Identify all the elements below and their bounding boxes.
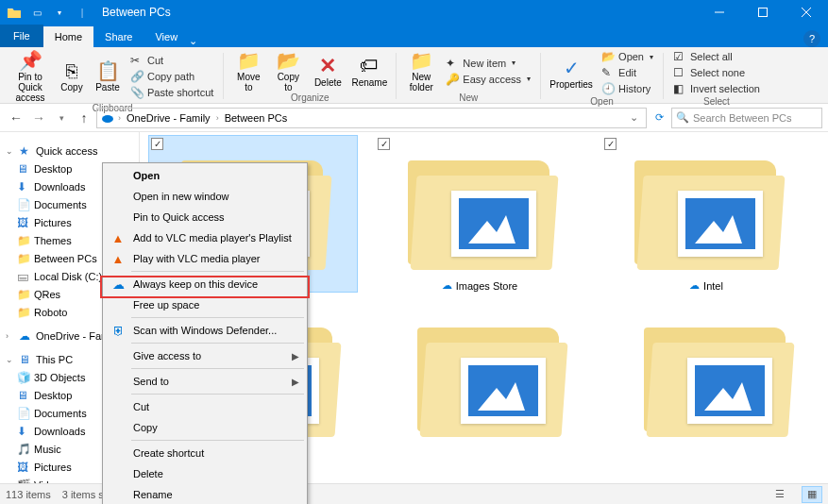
qat-dropdown-icon[interactable]: ▾ — [49, 2, 70, 23]
submenu-arrow-icon: ▶ — [292, 351, 299, 361]
ctx-rename[interactable]: Rename — [105, 484, 305, 504]
properties-button[interactable]: ✓Properties — [547, 57, 596, 90]
group-label-new: New — [459, 92, 478, 104]
ctx-scan-defender[interactable]: ⛨Scan with Windows Defender... — [105, 320, 305, 341]
folder-checkbox[interactable] — [378, 138, 390, 150]
help-button[interactable]: ? — [803, 30, 820, 47]
address-bar: ← → ▾ ↑ › OneDrive - Family › Between PC… — [0, 104, 828, 132]
refresh-button[interactable]: ⟳ — [649, 108, 669, 128]
folder-item[interactable] — [602, 311, 810, 433]
history-button[interactable]: 🕘History — [598, 81, 657, 96]
submenu-arrow-icon: ▶ — [292, 377, 299, 387]
title-separator: | — [72, 2, 93, 23]
ctx-vlc-play[interactable]: ▲Play with VLC media player — [105, 248, 305, 269]
cut-button[interactable]: ✂Cut — [127, 53, 217, 68]
group-label-organize: Organize — [291, 92, 330, 104]
easy-access-button[interactable]: 🔑Easy access▾ — [442, 72, 534, 87]
ctx-delete[interactable]: Delete — [105, 463, 305, 484]
ribbon: 📌Pin to Quick access ⎘Copy 📋Paste ✂Cut 🔗… — [0, 47, 828, 104]
paste-button[interactable]: 📋Paste — [91, 59, 125, 92]
ctx-copy[interactable]: Copy — [105, 417, 305, 438]
search-input[interactable]: 🔍 Search Between PCs — [671, 108, 822, 128]
group-label-open: Open — [590, 96, 613, 108]
folder-icon — [414, 320, 546, 424]
select-all-button[interactable]: ☑Select all — [669, 49, 764, 64]
invert-selection-button[interactable]: ◧Invert selection — [669, 81, 764, 96]
ctx-free-up-space[interactable]: Free up space — [105, 294, 305, 315]
folder-item-images-store[interactable]: ☁Images Store — [376, 136, 583, 292]
cloud-status-icon: ☁ — [689, 279, 700, 292]
ctx-create-shortcut[interactable]: Create shortcut — [105, 443, 305, 463]
select-none-button[interactable]: ☐Select none — [669, 65, 764, 80]
svg-rect-0 — [759, 8, 768, 17]
tab-share[interactable]: Share — [93, 26, 144, 47]
vlc-icon: ▲ — [110, 231, 126, 245]
ctx-open[interactable]: Open — [105, 165, 305, 186]
copy-to-button[interactable]: 📂Copy to — [269, 49, 307, 92]
breadcrumb-separator-icon: › — [216, 113, 219, 123]
folder-item-intel[interactable]: ☁Intel — [602, 136, 810, 292]
new-folder-button[interactable]: 📁New folder — [402, 49, 440, 92]
rename-button[interactable]: 🏷Rename — [348, 55, 390, 88]
title-bar: ▭ ▾ | Between PCs — [0, 0, 828, 25]
ctx-vlc-playlist[interactable]: ▲Add to VLC media player's Playlist — [105, 227, 305, 248]
onedrive-icon — [101, 112, 114, 124]
paste-shortcut-button[interactable]: 📎Paste shortcut — [127, 85, 217, 100]
qat-properties-icon[interactable]: ▭ — [26, 2, 47, 23]
folder-icon — [631, 153, 782, 276]
details-view-button[interactable]: ☰ — [769, 486, 790, 503]
folder-item[interactable] — [376, 311, 583, 433]
breadcrumb-dropdown-icon[interactable]: ⌄ — [626, 111, 642, 124]
breadcrumb-item[interactable]: OneDrive - Family — [125, 112, 212, 124]
edit-button[interactable]: ✎Edit — [598, 65, 657, 80]
open-button[interactable]: 📂Open▾ — [598, 49, 657, 64]
delete-button[interactable]: ✕Delete — [309, 55, 346, 88]
ribbon-collapse-icon[interactable]: ⌄ — [189, 35, 203, 47]
folder-checkbox[interactable] — [151, 138, 163, 150]
ctx-give-access[interactable]: Give access to▶ — [105, 345, 305, 366]
folder-checkbox[interactable] — [604, 138, 617, 150]
magnifier-icon: 🔍 — [676, 111, 689, 124]
up-button[interactable]: ↑ — [74, 108, 94, 128]
breadcrumb-separator-icon: › — [118, 113, 121, 123]
status-item-count: 113 items — [6, 489, 51, 500]
maximize-button[interactable] — [741, 0, 785, 25]
folder-app-icon — [4, 2, 25, 23]
copy-path-button[interactable]: 🔗Copy path — [127, 69, 217, 84]
vlc-icon: ▲ — [110, 252, 126, 266]
forward-button[interactable]: → — [28, 108, 49, 128]
sidebar-item-quick-access[interactable]: ⌄★Quick access — [0, 142, 139, 160]
ribbon-tabs: File Home Share View ⌄ ? — [0, 25, 828, 47]
recent-locations-button[interactable]: ▾ — [51, 108, 72, 128]
large-icons-view-button[interactable]: ▦ — [802, 486, 822, 503]
cloud-status-icon: ☁ — [442, 279, 452, 292]
copy-button[interactable]: ⎘Copy — [55, 59, 89, 92]
ctx-send-to[interactable]: Send to▶ — [105, 371, 305, 392]
defender-shield-icon: ⛨ — [110, 324, 126, 338]
ctx-open-new-window[interactable]: Open in new window — [105, 186, 305, 207]
svg-point-1 — [102, 115, 113, 123]
folder-icon — [640, 320, 772, 424]
tab-file[interactable]: File — [0, 25, 43, 47]
onedrive-keep-icon: ☁ — [110, 277, 126, 292]
tab-home[interactable]: Home — [43, 26, 93, 47]
window-title: Between PCs — [96, 6, 171, 19]
back-button[interactable]: ← — [6, 108, 26, 128]
pin-to-quick-access-button[interactable]: 📌Pin to Quick access — [8, 49, 53, 103]
ctx-cut[interactable]: Cut — [105, 396, 305, 417]
tab-view[interactable]: View — [144, 26, 189, 47]
folder-icon — [404, 153, 555, 276]
context-menu: Open Open in new window Pin to Quick acc… — [102, 162, 308, 504]
move-to-button[interactable]: 📁Move to — [229, 49, 267, 92]
new-item-button[interactable]: ✦New item▾ — [442, 56, 534, 71]
ctx-pin-quick-access[interactable]: Pin to Quick access — [105, 207, 305, 227]
close-button[interactable] — [785, 0, 828, 25]
minimize-button[interactable] — [698, 0, 741, 25]
breadcrumb[interactable]: › OneDrive - Family › Between PCs ⌄ — [96, 108, 647, 128]
ctx-always-keep[interactable]: ☁Always keep on this device — [105, 274, 305, 294]
breadcrumb-item[interactable]: Between PCs — [223, 112, 290, 124]
group-label-select: Select — [703, 96, 730, 108]
